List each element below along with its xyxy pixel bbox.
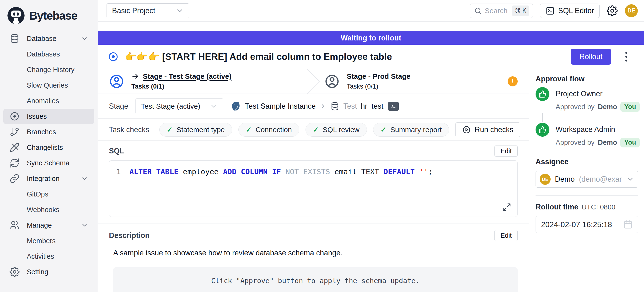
search-shortcut-badge: ⌘ K (512, 6, 529, 16)
approval-role: Project Owner (556, 87, 640, 98)
terminal-icon (546, 6, 555, 15)
description-edit-button[interactable]: Edit (494, 230, 518, 241)
sidebar-item-sync-schema[interactable]: Sync Schema (3, 155, 94, 171)
search-icon (474, 7, 482, 15)
bytebase-logo[interactable]: Bytebase (0, 4, 98, 31)
description-note: Click "Approve" button to apply the sche… (113, 267, 518, 292)
stage-select[interactable]: Test Stage (active) (136, 98, 223, 114)
expand-icon[interactable] (502, 203, 511, 212)
stage-select-row: Stage Test Stage (active) Test Sample In… (98, 94, 528, 119)
check-icon: ✓ (167, 125, 173, 134)
kebab-menu-icon[interactable] (622, 51, 631, 62)
postgresql-icon (230, 101, 241, 111)
status-banner-text: Waiting to rollout (341, 34, 401, 42)
sidebar-item-databases[interactable]: Databases (3, 46, 94, 62)
settings-gear-icon[interactable] (607, 5, 618, 16)
approval-step: Workspace Admin Approved by Demo You (536, 123, 638, 148)
rollout-button[interactable]: Rollout (571, 49, 611, 65)
instance-name[interactable]: Test Sample Instance (245, 102, 316, 111)
stage-tab-tasks: Tasks (0/1) (347, 83, 378, 90)
bytebase-app: Bytebase Database Databases Change Histo… (0, 0, 644, 292)
sidebar-item-setting[interactable]: Setting (3, 264, 94, 279)
check-pill-statement-type[interactable]: ✓ Statement type (159, 123, 232, 137)
database-breadcrumb: Test Sample Instance Test hr_test (230, 101, 399, 111)
rollout-time-heading: Rollout time (536, 203, 578, 211)
issue-status-icon (108, 51, 118, 62)
chevron-right-icon (319, 103, 326, 110)
check-icon: ✓ (246, 125, 252, 134)
chevron-down-icon (626, 175, 634, 183)
sidebar-item-anomalies[interactable]: Anomalies (3, 93, 94, 108)
approver-name: Demo (598, 103, 617, 111)
sql-statement: ALTER TABLE employee ADD COLUMN IF NOT E… (130, 167, 432, 176)
chevron-down-icon (176, 7, 184, 15)
check-pill-sql-review[interactable]: ✓ SQL review (306, 123, 367, 137)
sql-editor-button[interactable]: SQL Editor (540, 4, 600, 18)
line-number: 1 (116, 167, 121, 176)
stage-tab-test[interactable]: Stage - Test Stage (active) Tasks (0/1) (98, 69, 314, 94)
people-icon (10, 220, 20, 230)
description-text: A sample issue to showcase how to review… (113, 249, 518, 257)
stage-select-value: Test Stage (active) (141, 102, 200, 110)
link-icon (10, 174, 20, 184)
main-column: Basic Project Search ⌘ K SQL Editor DE W… (98, 0, 644, 292)
sidebar-item-change-history[interactable]: Change History (3, 62, 94, 77)
chevron-down-icon (81, 175, 88, 182)
chevron-down-icon (81, 35, 88, 42)
sidebar-item-issues[interactable]: Issues (3, 109, 94, 124)
approval-connector (542, 113, 543, 122)
approval-flow-heading: Approval flow (536, 75, 638, 83)
issue-main: Stage - Test Stage (active) Tasks (0/1) … (98, 69, 528, 292)
sidebar-item-manage[interactable]: Manage (3, 218, 94, 233)
check-icon: ✓ (380, 125, 386, 134)
status-banner: Waiting to rollout (98, 31, 644, 45)
environment-name: Test (343, 102, 357, 111)
avatar[interactable]: DE (625, 4, 638, 17)
issue-sidebar: Approval flow Project Owner Approved by … (528, 69, 644, 292)
user-circle-icon (324, 74, 340, 89)
approval-step: Project Owner Approved by Demo You (536, 87, 638, 112)
search-input[interactable]: Search ⌘ K (470, 4, 533, 18)
stage-tab-prod[interactable]: Stage - Prod Stage Tasks (0/1) ! (314, 69, 529, 94)
assignee-avatar: DE (540, 174, 550, 185)
sidebar-item-changelists[interactable]: Changelists (3, 140, 94, 155)
description-section: Description Edit A sample issue to showc… (98, 224, 528, 292)
sidebar-item-database[interactable]: Database (3, 31, 94, 46)
sidebar-item-members[interactable]: Members (3, 233, 94, 248)
stage-tab-name: Stage - Test Stage (active) (143, 72, 232, 80)
database-name[interactable]: hr_test (361, 102, 384, 111)
check-pill-summary-report[interactable]: ✓ Summary report (373, 123, 449, 137)
sql-section: SQL Edit 1 ALTER TABLE employee ADD COLU… (98, 141, 528, 224)
pencil-icon (10, 142, 20, 153)
search-placeholder: Search (485, 7, 508, 15)
bytebase-logo-icon (7, 6, 25, 25)
you-badge: You (620, 102, 640, 112)
open-sql-editor-icon[interactable] (388, 102, 399, 111)
sidebar: Bytebase Database Databases Change Histo… (0, 0, 98, 292)
sql-edit-button[interactable]: Edit (494, 145, 518, 157)
description-heading: Description (109, 231, 150, 240)
project-selector[interactable]: Basic Project (106, 3, 189, 18)
sql-code-editor[interactable]: 1 ALTER TABLE employee ADD COLUMN IF NOT… (109, 160, 518, 217)
run-checks-button[interactable]: Run checks (455, 122, 520, 137)
sidebar-item-integration[interactable]: Integration (3, 171, 94, 186)
sidebar-item-slow-queries[interactable]: Slow Queries (3, 78, 94, 93)
assignee-email: (demo@example (579, 175, 622, 184)
sidebar-item-branches[interactable]: Branches (3, 124, 94, 139)
check-icon: ✓ (313, 125, 319, 134)
sidebar-item-gitops[interactable]: GitOps (3, 187, 94, 202)
sync-icon (10, 158, 20, 168)
sidebar-item-webhooks[interactable]: Webhooks (3, 202, 94, 217)
check-pill-connection[interactable]: ✓ Connection (238, 123, 299, 137)
issue-title: 👉👉👉 [START HERE] Add email column to Emp… (125, 51, 392, 62)
assignee-select[interactable]: DE Demo (demo@example (536, 171, 638, 188)
chevron-down-icon (81, 222, 88, 229)
thumbs-up-icon (536, 123, 550, 137)
project-selector-value: Basic Project (112, 7, 155, 15)
arrow-right-icon (132, 72, 140, 80)
sidebar-item-activities[interactable]: Activities (3, 249, 94, 264)
sql-editor-label: SQL Editor (558, 7, 594, 15)
circle-dot-icon (10, 111, 20, 121)
rollout-time-input[interactable]: 2024-02-07 16:25:18 (536, 216, 638, 233)
thumbs-up-icon (536, 87, 550, 101)
